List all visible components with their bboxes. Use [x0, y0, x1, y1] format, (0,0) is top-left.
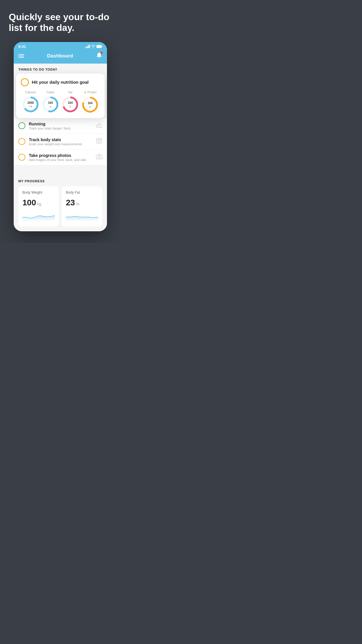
bell-button[interactable]: [96, 52, 102, 60]
body-weight-title: Body Weight: [22, 190, 55, 195]
running-text: Running Track your stats (target: 5km): [29, 122, 92, 130]
fat-donut: 164g: [61, 96, 79, 113]
background: Quickly see your to-do list for the day.…: [0, 0, 121, 243]
todo-list: Running Track your stats (target: 5km): [14, 118, 107, 165]
protein-star-icon: ★: [84, 90, 87, 94]
body-stats-subtitle: Enter your weight and measurements: [29, 142, 92, 146]
status-time: 9:41: [18, 44, 26, 49]
running-title: Running: [29, 122, 92, 126]
progress-section: MY PROGRESS Body Weight 100 kg: [14, 175, 107, 231]
svg-rect-5: [102, 46, 102, 47]
photos-subtitle: Add images of your front, back, and side: [29, 158, 92, 162]
body-weight-chart: [22, 211, 55, 221]
svg-rect-4: [96, 45, 101, 48]
battery-icon: [96, 45, 102, 48]
carbs-stat: Carbs 164g: [42, 91, 59, 113]
body-weight-card: Body Weight 100 kg: [18, 186, 59, 227]
fat-stat: Fat 164g: [61, 91, 79, 113]
hamburger-menu[interactable]: [18, 54, 24, 58]
nutrition-check-circle[interactable]: [21, 78, 29, 86]
body-fat-title: Body Fat: [66, 190, 98, 195]
nutrition-card: Hit your daily nutrition goal Calories 2…: [16, 74, 105, 118]
status-icons: [85, 45, 102, 48]
photos-check[interactable]: [18, 154, 25, 161]
spacer: [14, 165, 107, 175]
status-bar: 9:41: [14, 42, 107, 50]
protein-label: ★ Protein: [81, 90, 99, 94]
body-stats-title: Track body stats: [29, 137, 92, 142]
phone-mockup: 9:41: [14, 42, 107, 231]
app-content: THINGS TO DO TODAY Hit your daily nutrit…: [14, 64, 107, 231]
svg-rect-2: [88, 45, 89, 48]
body-stats-text: Track body stats Enter your weight and m…: [29, 137, 92, 146]
body-weight-unit: kg: [37, 202, 41, 206]
body-fat-value: 23 %: [66, 198, 98, 207]
body-fat-unit: %: [76, 202, 80, 206]
wifi-icon: [91, 45, 95, 48]
nutrition-title: Hit your daily nutrition goal: [32, 80, 89, 85]
nav-bar: Dashboard: [14, 50, 107, 64]
signal-icon: [85, 45, 90, 48]
calories-label: Calories: [22, 91, 39, 94]
body-stats-check[interactable]: [18, 138, 25, 145]
svg-rect-1: [87, 46, 88, 48]
svg-rect-0: [85, 47, 86, 48]
body-weight-number: 100: [22, 198, 36, 207]
todo-item-photos[interactable]: Take progress photos Add images of your …: [14, 150, 107, 165]
camera-icon: [96, 154, 102, 161]
body-fat-chart: [66, 211, 98, 221]
nutrition-stats: Calories 2000cal Carbs: [21, 90, 100, 113]
todo-item-running[interactable]: Running Track your stats (target: 5km): [14, 118, 107, 134]
svg-rect-3: [89, 45, 90, 48]
carbs-donut: 164g: [42, 96, 59, 113]
nav-title: Dashboard: [47, 53, 73, 59]
shoe-icon: [96, 123, 102, 129]
carbs-label: Carbs: [42, 91, 59, 94]
photos-title: Take progress photos: [29, 153, 92, 158]
running-check[interactable]: [18, 122, 25, 129]
notification-dot: [101, 52, 103, 54]
headline: Quickly see your to-do list for the day.: [0, 0, 121, 39]
progress-cards: Body Weight 100 kg: [18, 186, 102, 227]
calories-stat: Calories 2000cal: [22, 91, 39, 113]
things-to-do-header: THINGS TO DO TODAY: [14, 64, 107, 74]
svg-point-20: [98, 156, 100, 158]
todo-item-body-stats[interactable]: Track body stats Enter your weight and m…: [14, 134, 107, 150]
nutrition-card-header: Hit your daily nutrition goal: [21, 78, 100, 86]
body-weight-value: 100 kg: [22, 198, 55, 207]
protein-donut: 164g: [81, 96, 99, 113]
scale-icon: [96, 138, 102, 146]
svg-point-18: [99, 141, 100, 142]
fat-label: Fat: [61, 91, 79, 94]
progress-header: MY PROGRESS: [18, 179, 102, 183]
calories-donut: 2000cal: [22, 96, 39, 113]
photos-text: Take progress photos Add images of your …: [29, 153, 92, 162]
body-fat-card: Body Fat 23 %: [62, 186, 102, 227]
protein-stat: ★ Protein 164g: [81, 90, 99, 113]
running-subtitle: Track your stats (target: 5km): [29, 127, 92, 130]
body-fat-number: 23: [66, 198, 75, 207]
